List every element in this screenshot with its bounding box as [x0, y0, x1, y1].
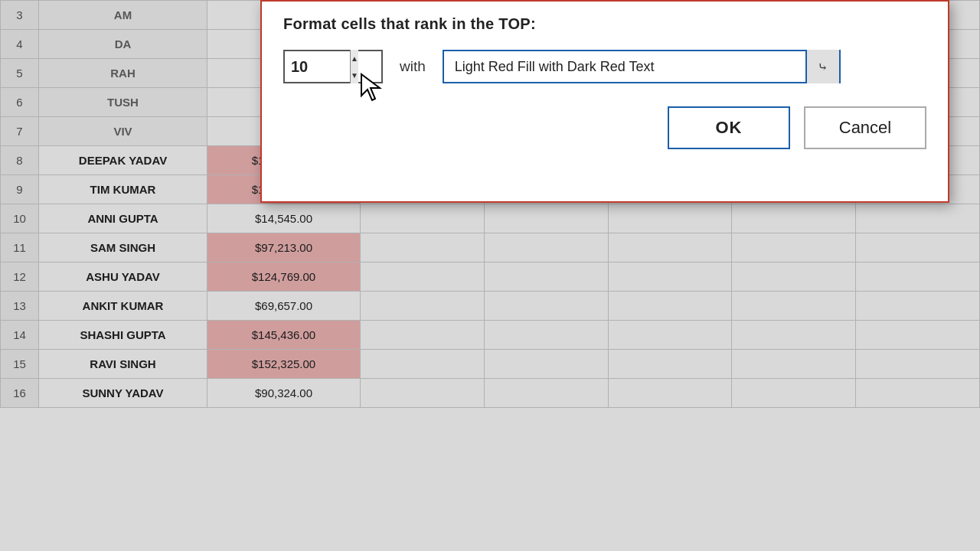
dialog-title: Format cells that rank in the TOP:	[283, 15, 926, 33]
rank-spinner[interactable]: 10 ▲ ▼	[283, 50, 383, 83]
dropdown-arrow-icon[interactable]: ⤷	[805, 50, 839, 83]
spinner-up-button[interactable]: ▲	[351, 50, 358, 67]
format-cells-dialog: Format cells that rank in the TOP: 10 ▲ …	[260, 0, 949, 203]
rank-input[interactable]: 10	[285, 51, 350, 82]
cancel-button[interactable]: Cancel	[804, 106, 926, 149]
ok-button[interactable]: OK	[668, 106, 790, 149]
format-dropdown-text: Light Red Fill with Dark Red Text	[444, 59, 805, 75]
format-dropdown[interactable]: Light Red Fill with Dark Red Text ⤷	[443, 50, 841, 83]
with-label: with	[400, 58, 426, 75]
dialog-buttons-row: OK Cancel	[283, 106, 926, 149]
dialog-input-row: 10 ▲ ▼ with Light Red Fill with Dark Red…	[283, 50, 926, 83]
spinner-buttons: ▲ ▼	[350, 50, 358, 83]
spinner-down-button[interactable]: ▼	[351, 67, 358, 83]
